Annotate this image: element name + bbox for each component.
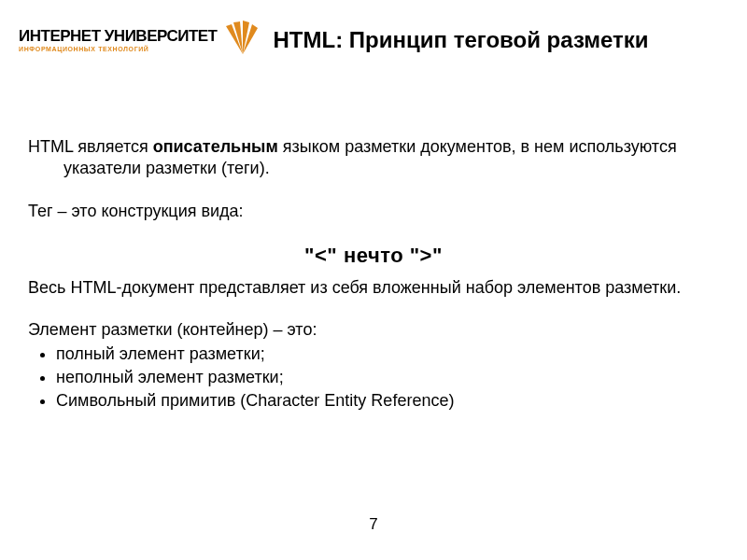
paragraph-1: HTML является описательным языком размет… <box>28 136 719 180</box>
slide-header: ИНТЕРНЕТ УНИВЕРСИТЕТ ИНФОРМАЦИОННЫХ ТЕХН… <box>0 0 747 62</box>
bullet-list: полный элемент разметки; неполный элемен… <box>28 343 719 414</box>
paragraph-2: Тег – это конструкция вида: <box>28 201 719 222</box>
page-number: 7 <box>0 515 747 534</box>
logo-main-text: ИНТЕРНЕТ УНИВЕРСИТЕТ <box>19 28 218 44</box>
list-item: полный элемент разметки; <box>56 343 719 367</box>
paragraph-3: Весь HTML-документ представляет из себя … <box>28 277 719 299</box>
list-intro: Элемент разметки (контейнер) – это: <box>28 319 719 341</box>
slide-title: HTML: Принцип теговой разметки <box>274 27 649 53</box>
list-item: Символьный примитив (Character Entity Re… <box>56 390 719 413</box>
p1-bold: описательным <box>153 137 278 156</box>
logo-sub-text: ИНФОРМАЦИОННЫХ ТЕХНОЛОГИЙ <box>19 46 218 52</box>
list-item: неполный элемент разметки; <box>56 367 719 390</box>
tag-construction: "<" нечто ">" <box>28 243 719 270</box>
fan-icon <box>223 19 262 62</box>
logo-text-block: ИНТЕРНЕТ УНИВЕРСИТЕТ ИНФОРМАЦИОННЫХ ТЕХН… <box>19 28 218 52</box>
slide-body: HTML является описательным языком размет… <box>0 62 747 414</box>
p1-prefix: HTML является <box>28 137 153 156</box>
